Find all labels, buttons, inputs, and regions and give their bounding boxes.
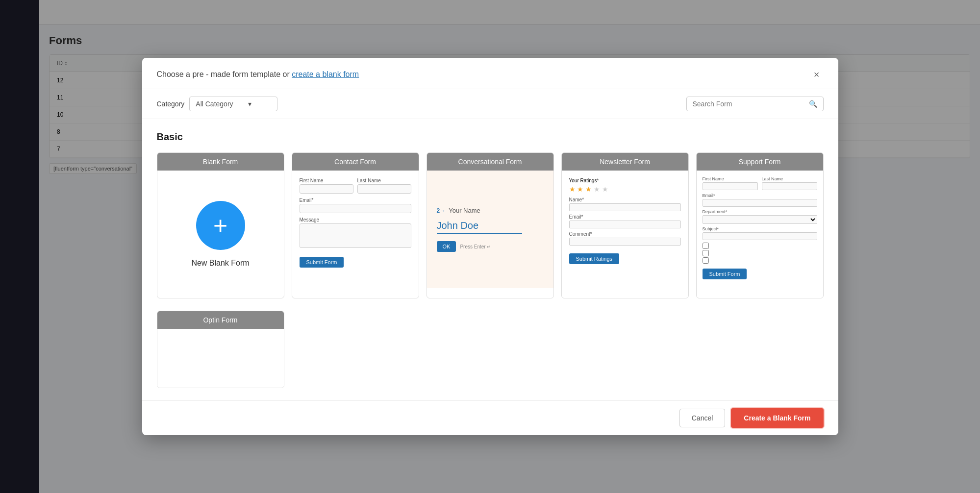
conv-step: 2→ (437, 207, 446, 214)
template-card-body-optin (157, 329, 284, 388)
template-card-header-newsletter: Newsletter Form (562, 153, 688, 171)
template-card-contact[interactable]: Contact Form First Name Last Name (292, 152, 419, 298)
template-card-optin[interactable]: Optin Form (157, 311, 284, 388)
conv-question: 2→ Your Name (437, 207, 480, 214)
support-email-field: Email* (703, 193, 817, 207)
support-subject-label: Subject* (703, 226, 817, 231)
blank-form-label: New Blank Form (191, 259, 249, 268)
star-rating: ★ ★ ★ ★ ★ (569, 185, 681, 193)
template-card-body-blank: + New Blank Form (157, 171, 284, 298)
category-selector: Category All Category ▾ (157, 97, 278, 111)
support-submit-btn: Submit Form (703, 269, 747, 279)
ratings-label: Your Ratings* (569, 178, 681, 183)
contact-email-label: Email* (300, 197, 411, 203)
contact-email-field: Email* (300, 197, 411, 213)
star-4: ★ (594, 185, 600, 193)
template-card-header-optin: Optin Form (157, 311, 284, 329)
newsletter-form-preview: Your Ratings* ★ ★ ★ ★ ★ Name* (569, 178, 681, 264)
template-card-support[interactable]: Support Form First Name Last Name (696, 152, 824, 298)
category-label: Category (157, 100, 185, 108)
modal-footer: Cancel Create a Blank Form (142, 400, 838, 435)
modal-header: Choose a pre - made form template or cre… (142, 58, 838, 89)
contact-lastname-label: Last Name (357, 178, 411, 183)
template-card-newsletter[interactable]: Newsletter Form Your Ratings* ★ ★ ★ ★ ★ (561, 152, 689, 298)
chevron-down-icon: ▾ (248, 100, 251, 108)
template-card-header-contact: Contact Form (292, 153, 419, 171)
template-card-header-blank: Blank Form (157, 153, 284, 171)
category-dropdown[interactable]: All Category ▾ (189, 97, 277, 111)
contact-firstname-label: First Name (300, 178, 353, 183)
support-dept-field: Department* (703, 209, 817, 224)
contact-message-input (300, 223, 411, 248)
category-value: All Category (196, 100, 233, 108)
cancel-button[interactable]: Cancel (679, 409, 726, 427)
support-firstname-label: First Name (703, 176, 758, 181)
modal-overlay: Choose a pre - made form template or cre… (0, 0, 980, 493)
conversational-form-preview: 2→ Your Name John Doe OK Press Enter ↵ (427, 171, 553, 288)
support-name-row: First Name Last Name (703, 176, 817, 190)
template-card-body-contact: First Name Last Name Email* (292, 171, 419, 298)
conv-answer: John Doe (437, 220, 522, 234)
conv-actions: OK Press Enter ↵ (437, 241, 491, 252)
blank-form-icon: + (196, 201, 245, 250)
section-title-basic: Basic (157, 131, 824, 143)
contact-message-label: Message (300, 217, 411, 222)
contact-email-input (300, 204, 411, 213)
modal-body: Basic Blank Form + New Blank Form Contac… (142, 119, 838, 400)
contact-lastname-input (357, 184, 411, 194)
close-button[interactable]: × (810, 68, 824, 81)
contact-name-row: First Name Last Name (300, 178, 411, 194)
modal-dialog: Choose a pre - made form template or cre… (142, 58, 838, 435)
plus-icon: + (213, 211, 227, 240)
create-blank-link[interactable]: create a blank form (292, 70, 359, 78)
newsletter-comment-label: Comment* (569, 231, 681, 237)
template-card-blank[interactable]: Blank Form + New Blank Form (157, 152, 284, 298)
template-card-header-support: Support Form (697, 153, 823, 171)
newsletter-name-field: Name* (569, 197, 681, 211)
template-card-conversational[interactable]: Conversational Form 2→ Your Name John Do… (427, 152, 554, 298)
conv-press-enter: Press Enter ↵ (460, 244, 491, 249)
support-lastname-label: Last Name (762, 176, 817, 181)
support-lastname-field: Last Name (762, 176, 817, 190)
star-3: ★ (585, 185, 592, 193)
search-icon: 🔍 (809, 100, 817, 108)
modal-title: Choose a pre - made form template or cre… (157, 70, 359, 79)
contact-form-preview: First Name Last Name Email* (300, 178, 411, 268)
star-2: ★ (577, 185, 583, 193)
search-input[interactable] (693, 100, 805, 108)
contact-firstname-field: First Name (300, 178, 353, 194)
contact-lastname-field: Last Name (357, 178, 411, 194)
contact-submit-btn: Submit Form (300, 257, 344, 268)
newsletter-email-field: Email* (569, 214, 681, 228)
search-box: 🔍 (686, 97, 824, 111)
conv-question-text: Your Name (449, 207, 480, 214)
newsletter-name-label: Name* (569, 197, 681, 202)
support-checkbox-group (703, 243, 817, 264)
template-card-header-conv: Conversational Form (427, 153, 553, 171)
template-card-body-newsletter: Your Ratings* ★ ★ ★ ★ ★ Name* (562, 171, 688, 298)
support-dept-label: Department* (703, 209, 817, 214)
modal-toolbar: Category All Category ▾ 🔍 (142, 89, 838, 119)
create-blank-button[interactable]: Create a Blank Form (731, 408, 823, 428)
contact-message-field: Message (300, 217, 411, 249)
templates-grid-row2: Optin Form (157, 311, 824, 388)
newsletter-comment-field: Comment* (569, 231, 681, 246)
templates-grid-basic: Blank Form + New Blank Form Contact Form (157, 152, 824, 298)
conv-ok-btn: OK (437, 241, 456, 252)
star-5: ★ (602, 185, 608, 193)
contact-firstname-input (300, 184, 353, 194)
newsletter-email-label: Email* (569, 214, 681, 220)
support-subject-field: Subject* (703, 226, 817, 240)
support-firstname-field: First Name (703, 176, 758, 190)
newsletter-submit-btn: Submit Ratings (569, 253, 620, 264)
support-email-label: Email* (703, 193, 817, 198)
support-form-preview: First Name Last Name Email* (703, 176, 817, 279)
star-1: ★ (569, 185, 576, 193)
template-card-body-support: First Name Last Name Email* (697, 171, 823, 298)
